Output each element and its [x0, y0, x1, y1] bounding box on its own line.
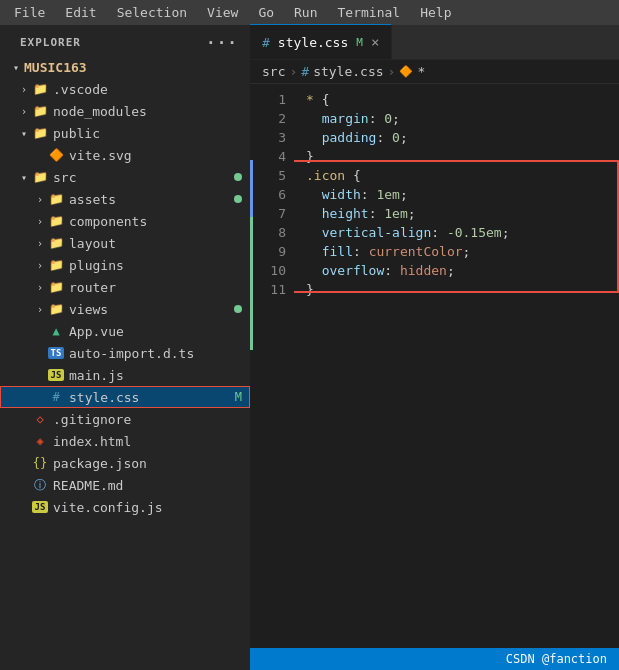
- code-line-3: padding: 0;: [306, 128, 619, 147]
- code-line-6: width: 1em;: [306, 185, 619, 204]
- code-line-7: height: 1em;: [306, 204, 619, 223]
- file-icon-style_css: #: [48, 390, 64, 404]
- dot-badge-views: [234, 305, 242, 313]
- tree-item-gitignore[interactable]: ◇.gitignore: [0, 408, 250, 430]
- menu-file[interactable]: File: [6, 3, 53, 22]
- code-line-5: .icon {: [306, 166, 619, 185]
- file-label-index_html: index.html: [53, 434, 131, 449]
- file-label-vscode: .vscode: [53, 82, 108, 97]
- line-num-11: 11: [250, 280, 286, 299]
- editor-area: # style.css M × src › # style.css › 🔶 * …: [250, 25, 619, 670]
- line-num-1: 1: [250, 90, 286, 109]
- tree-item-auto_import[interactable]: TSauto-import.d.ts: [0, 342, 250, 364]
- git-bar-modified: [250, 160, 253, 217]
- line-num-8: 8: [250, 223, 286, 242]
- file-label-vite_svg: vite.svg: [69, 148, 132, 163]
- tree-item-package_json[interactable]: {}package.json: [0, 452, 250, 474]
- breadcrumb: src › # style.css › 🔶 *: [250, 60, 619, 84]
- tree-item-router[interactable]: 📁router: [0, 276, 250, 298]
- menu-edit[interactable]: Edit: [57, 3, 104, 22]
- file-icon-readme: ⓘ: [32, 477, 48, 494]
- status-text: CSDN @fanction: [506, 652, 607, 666]
- tab-close-button[interactable]: ×: [371, 35, 379, 49]
- main-layout: EXPLORER ··· MUSIC163📁.vscode📁node_modul…: [0, 25, 619, 670]
- tab-style-css[interactable]: # style.css M ×: [250, 24, 392, 59]
- explorer-more-icon[interactable]: ···: [206, 33, 238, 52]
- tree-item-vscode[interactable]: 📁.vscode: [0, 78, 250, 100]
- tree-item-readme[interactable]: ⓘREADME.md: [0, 474, 250, 496]
- code-line-11: }: [306, 280, 619, 299]
- tab-bar: # style.css M ×: [250, 25, 619, 60]
- file-label-views: views: [69, 302, 108, 317]
- tree-item-public[interactable]: 📁public: [0, 122, 250, 144]
- sidebar: EXPLORER ··· MUSIC163📁.vscode📁node_modul…: [0, 25, 250, 670]
- bc-hash: #: [301, 64, 309, 79]
- file-label-plugins: plugins: [69, 258, 124, 273]
- chevron-assets: [32, 194, 48, 205]
- tree-item-vite_config[interactable]: JSvite.config.js: [0, 496, 250, 518]
- bc-sep2: ›: [388, 64, 396, 79]
- chevron-layout: [32, 238, 48, 249]
- tree-item-vite_svg[interactable]: 🔶vite.svg: [0, 144, 250, 166]
- line-num-2: 2: [250, 109, 286, 128]
- bc-branch-icon: 🔶: [399, 65, 413, 78]
- file-label-app_vue: App.vue: [69, 324, 124, 339]
- chevron-views: [32, 304, 48, 315]
- menu-help[interactable]: Help: [412, 3, 459, 22]
- chevron-public: [16, 128, 32, 139]
- menu-selection[interactable]: Selection: [109, 3, 195, 22]
- line-num-10: 10: [250, 261, 286, 280]
- menu-go[interactable]: Go: [250, 3, 282, 22]
- line-num-5: 5: [250, 166, 286, 185]
- chevron-src: [16, 172, 32, 183]
- tree-item-index_html[interactable]: ◈index.html: [0, 430, 250, 452]
- code-area[interactable]: 1 2 3 4 5 6 7 8 9 10 11 * { margin: 0: [250, 84, 619, 648]
- tab-icon: #: [262, 35, 270, 50]
- line-num-4: 4: [250, 147, 286, 166]
- bc-sep1: ›: [289, 64, 297, 79]
- file-label-readme: README.md: [53, 478, 123, 493]
- tree-item-assets[interactable]: 📁assets: [0, 188, 250, 210]
- tree-item-views[interactable]: 📁views: [0, 298, 250, 320]
- code-line-9: fill: currentColor;: [306, 242, 619, 261]
- code-content[interactable]: * { margin: 0; padding: 0; } .icon { wid…: [294, 84, 619, 648]
- tree-item-src[interactable]: 📁src: [0, 166, 250, 188]
- file-icon-vite_config: JS: [32, 501, 48, 513]
- m-badge-style_css: M: [235, 390, 242, 404]
- explorer-header: EXPLORER ···: [0, 25, 250, 56]
- tree-item-app_vue[interactable]: ▲App.vue: [0, 320, 250, 342]
- bc-wildcard: *: [417, 64, 425, 79]
- tree-item-style_css[interactable]: #style.cssM: [0, 386, 250, 408]
- line-num-3: 3: [250, 128, 286, 147]
- tree-item-components[interactable]: 📁components: [0, 210, 250, 232]
- file-label-package_json: package.json: [53, 456, 147, 471]
- file-label-src: src: [53, 170, 76, 185]
- file-icon-package_json: {}: [32, 456, 48, 470]
- menu-terminal[interactable]: Terminal: [330, 3, 409, 22]
- file-label-router: router: [69, 280, 116, 295]
- menu-view[interactable]: View: [199, 3, 246, 22]
- dot-badge-src: [234, 173, 242, 181]
- chevron-components: [32, 216, 48, 227]
- menu-run[interactable]: Run: [286, 3, 325, 22]
- dot-badge-assets: [234, 195, 242, 203]
- tree-item-node_modules[interactable]: 📁node_modules: [0, 100, 250, 122]
- file-icon-gitignore: ◇: [32, 412, 48, 426]
- tree-item-main_js[interactable]: JSmain.js: [0, 364, 250, 386]
- tab-modified-badge: M: [356, 36, 363, 49]
- code-line-8: vertical-align: -0.15em;: [306, 223, 619, 242]
- file-label-public: public: [53, 126, 100, 141]
- menu-bar: File Edit Selection View Go Run Terminal…: [0, 0, 619, 25]
- code-line-10: overflow: hidden;: [306, 261, 619, 280]
- chevron-node_modules: [16, 106, 32, 117]
- file-label-layout: layout: [69, 236, 116, 251]
- file-label-main_js: main.js: [69, 368, 124, 383]
- file-label-components: components: [69, 214, 147, 229]
- chevron-router: [32, 282, 48, 293]
- tree-item-layout[interactable]: 📁layout: [0, 232, 250, 254]
- tree-item-plugins[interactable]: 📁plugins: [0, 254, 250, 276]
- file-icon-app_vue: ▲: [48, 324, 64, 338]
- file-tree: MUSIC163📁.vscode📁node_modules📁public 🔶vi…: [0, 56, 250, 518]
- tree-item-music163[interactable]: MUSIC163: [0, 56, 250, 78]
- file-icon-assets: 📁: [48, 192, 64, 206]
